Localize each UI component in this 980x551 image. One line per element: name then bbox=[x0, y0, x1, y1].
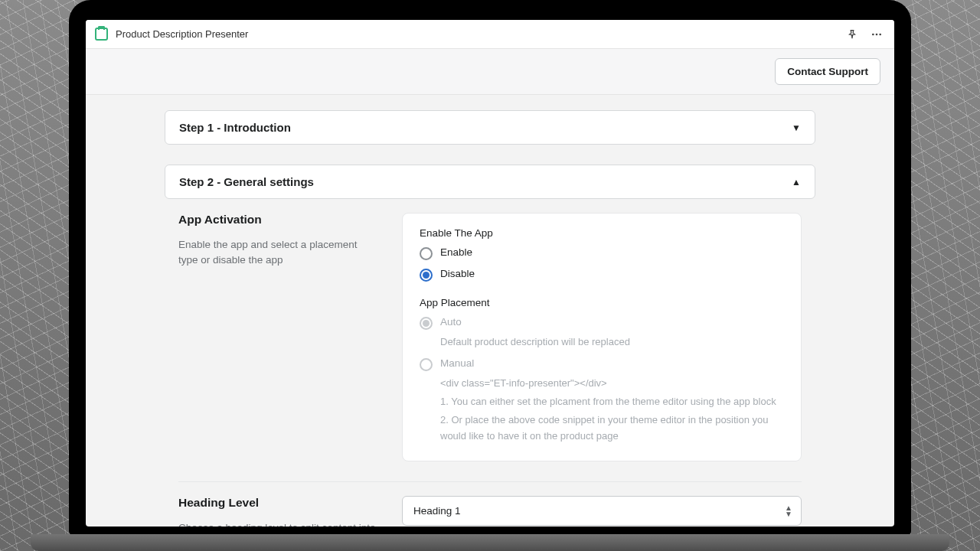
manual-help-1: 1. You can either set the plcament from … bbox=[440, 394, 784, 409]
section-title: Heading Level bbox=[178, 496, 379, 510]
radio-auto-label: Auto bbox=[440, 316, 462, 328]
more-icon[interactable] bbox=[868, 26, 885, 43]
auto-helper: Default product description will be repl… bbox=[440, 334, 784, 350]
radio-enable-label: Enable bbox=[440, 246, 472, 258]
contact-support-button[interactable]: Contact Support bbox=[775, 58, 880, 85]
activation-card: Enable The App Enable Disable App Placem… bbox=[402, 213, 802, 461]
svg-point-0 bbox=[872, 33, 874, 35]
step1-label: Step 1 - Introduction bbox=[179, 121, 291, 134]
app-placement-label: App Placement bbox=[420, 297, 784, 308]
radio-manual bbox=[420, 358, 433, 371]
content-area: Step 1 - Introduction ▼ Step 2 - General… bbox=[86, 95, 894, 527]
manual-help-2: 2. Or place the above code snippet in yo… bbox=[440, 412, 784, 443]
heading-level-select[interactable]: Heading 1 bbox=[402, 496, 802, 526]
enable-app-label: Enable The App bbox=[420, 227, 784, 239]
app-screen: Product Description Presenter Contact Su… bbox=[86, 20, 894, 527]
step2-accordion[interactable]: Step 2 - General settings ▲ bbox=[165, 165, 815, 199]
section-title: App Activation bbox=[178, 213, 379, 227]
radio-disable-label: Disable bbox=[440, 268, 475, 279]
heading-level-section: Heading Level Choose a heading level to … bbox=[165, 482, 815, 527]
svg-point-1 bbox=[876, 33, 878, 35]
app-icon bbox=[95, 28, 108, 41]
step1-accordion[interactable]: Step 1 - Introduction ▼ bbox=[165, 110, 815, 145]
chevron-up-icon: ▲ bbox=[792, 177, 801, 187]
step2-label: Step 2 - General settings bbox=[179, 175, 314, 188]
radio-enable[interactable] bbox=[420, 247, 433, 260]
svg-point-2 bbox=[879, 33, 881, 35]
app-title: Product Description Presenter bbox=[116, 28, 248, 40]
laptop-base bbox=[31, 534, 949, 551]
radio-manual-label: Manual bbox=[440, 357, 474, 369]
manual-code: <div class="ET-info-presenter"></div> bbox=[440, 376, 784, 391]
toolbar: Contact Support bbox=[86, 49, 894, 95]
section-desc: Enable the app and select a placement ty… bbox=[178, 237, 379, 269]
radio-disable[interactable] bbox=[420, 269, 433, 282]
pin-icon[interactable] bbox=[844, 26, 861, 43]
radio-auto bbox=[420, 317, 433, 330]
app-activation-section: App Activation Enable the app and select… bbox=[165, 199, 815, 461]
laptop-frame: Product Description Presenter Contact Su… bbox=[69, 0, 911, 536]
section-desc: Choose a heading level to split content … bbox=[178, 520, 379, 527]
chevron-down-icon: ▼ bbox=[792, 122, 801, 133]
titlebar: Product Description Presenter bbox=[86, 20, 894, 49]
